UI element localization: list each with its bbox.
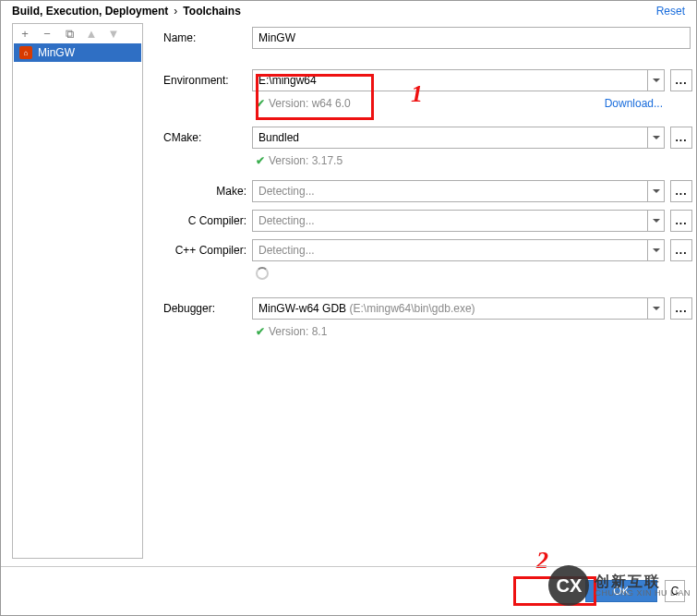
check-icon: ✔: [256, 97, 265, 110]
sidebar-list: ⌂ MinGW: [14, 43, 141, 557]
check-icon: ✔: [256, 325, 265, 338]
debugger-status: ✔ Version: 8.1: [163, 325, 692, 338]
cmake-label: CMake:: [163, 131, 252, 144]
breadcrumb-parent[interactable]: Build, Execution, Deployment: [12, 5, 168, 18]
download-link[interactable]: Download...: [351, 97, 692, 110]
debugger-browse-button[interactable]: ...: [670, 297, 692, 320]
watermark-cn: 创新互联: [595, 574, 691, 589]
sidebar-toolbar: + − ⧉ ▲ ▼: [13, 24, 142, 43]
debugger-version: Version: 8.1: [269, 325, 327, 338]
cmake-dropdown-icon[interactable]: [647, 127, 664, 148]
reset-link[interactable]: Reset: [656, 5, 685, 18]
c-compiler-value: Detecting...: [253, 212, 647, 229]
watermark: CX 创新互联 CHUANG XIN HU LIAN: [548, 565, 691, 606]
name-field[interactable]: [252, 27, 691, 49]
sidebar-item-mingw[interactable]: ⌂ MinGW: [14, 43, 141, 62]
make-dropdown-icon[interactable]: [647, 181, 664, 201]
environment-label: Environment:: [163, 74, 252, 87]
cpp-compiler-label: C++ Compiler:: [163, 244, 252, 257]
c-compiler-label: C Compiler:: [163, 214, 252, 227]
cpp-compiler-dropdown-icon[interactable]: [647, 240, 664, 260]
breadcrumb-current: Toolchains: [183, 5, 240, 18]
make-label: Make:: [163, 185, 252, 198]
make-browse-button[interactable]: ...: [670, 180, 692, 202]
cmake-value: Bundled: [253, 129, 647, 146]
cmake-browse-button[interactable]: ...: [670, 127, 692, 149]
environment-version: Version: w64 6.0: [269, 97, 351, 110]
c-compiler-dropdown-icon[interactable]: [647, 211, 664, 231]
cpp-compiler-field[interactable]: Detecting...: [252, 239, 665, 261]
copy-icon[interactable]: ⧉: [63, 28, 76, 40]
cpp-compiler-browse-button[interactable]: ...: [670, 239, 692, 261]
toolchains-sidebar: + − ⧉ ▲ ▼ ⌂ MinGW: [12, 23, 143, 559]
add-icon[interactable]: +: [18, 28, 31, 40]
settings-form: Name: Environment: E:\mingw64 ... ✔ Vers…: [143, 23, 696, 559]
check-icon: ✔: [256, 154, 265, 167]
debugger-field[interactable]: MinGW-w64 GDB (E:\mingw64\bin\gdb.exe): [252, 297, 665, 320]
cmake-version: Version: 3.17.5: [269, 154, 342, 167]
watermark-logo-icon: CX: [548, 565, 589, 606]
c-compiler-field[interactable]: Detecting...: [252, 210, 665, 232]
watermark-en: CHUANG XIN HU LIAN: [595, 589, 691, 598]
spinner-icon: [256, 267, 269, 280]
sidebar-item-label: MinGW: [38, 46, 75, 59]
move-up-icon[interactable]: ▲: [85, 28, 98, 40]
breadcrumb: Build, Execution, Deployment › Toolchain…: [1, 1, 696, 23]
debugger-dropdown-icon[interactable]: [647, 298, 664, 319]
mingw-icon: ⌂: [19, 46, 32, 59]
environment-browse-button[interactable]: ...: [670, 69, 692, 91]
remove-icon[interactable]: −: [41, 28, 54, 40]
environment-value: E:\mingw64: [253, 72, 647, 89]
cpp-compiler-value: Detecting...: [253, 242, 647, 259]
name-label: Name:: [163, 31, 252, 44]
breadcrumb-separator: ›: [174, 5, 177, 18]
debugger-value: MinGW-w64 GDB (E:\mingw64\bin\gdb.exe): [253, 300, 647, 317]
environment-status: ✔ Version: w64 6.0 Download...: [163, 97, 692, 110]
make-field[interactable]: Detecting...: [252, 180, 665, 202]
environment-dropdown-icon[interactable]: [647, 70, 664, 91]
make-value: Detecting...: [253, 183, 647, 199]
move-down-icon[interactable]: ▼: [107, 28, 120, 40]
cmake-field[interactable]: Bundled: [252, 127, 665, 149]
cmake-status: ✔ Version: 3.17.5: [163, 154, 692, 167]
debugger-label: Debugger:: [163, 302, 252, 315]
c-compiler-browse-button[interactable]: ...: [670, 210, 692, 232]
environment-field[interactable]: E:\mingw64: [252, 69, 665, 91]
